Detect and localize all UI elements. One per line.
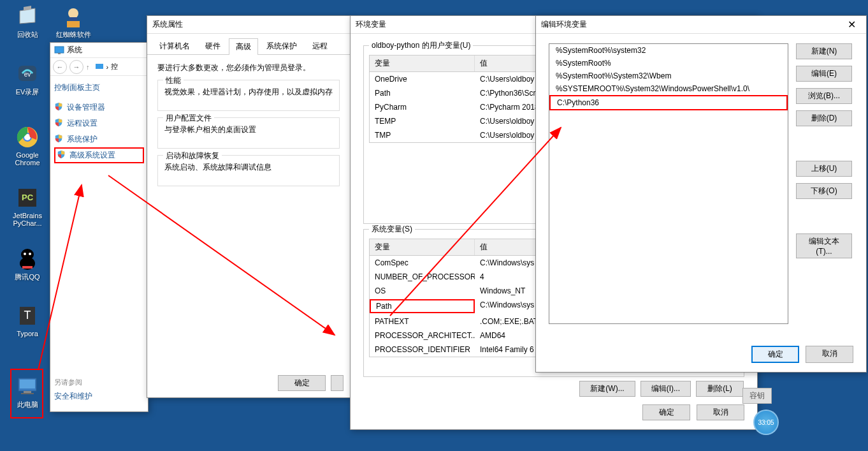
- props-title: 系统属性: [152, 19, 345, 30]
- var-name: PyCharm: [370, 101, 475, 113]
- edit-sidebar-button[interactable]: 新建(N): [796, 43, 852, 59]
- svg-rect-21: [55, 47, 64, 53]
- props-titlebar: 系统属性: [147, 16, 350, 34]
- system-titlebar: 系统: [50, 43, 148, 58]
- var-name: OneDrive: [370, 73, 475, 85]
- tab-2[interactable]: 高级: [229, 38, 258, 55]
- svg-text:ev: ev: [24, 71, 31, 78]
- icon-graphic: ev: [15, 61, 40, 86]
- tab-3[interactable]: 系统保护: [259, 38, 304, 54]
- desktop-icon-1[interactable]: 红蜘蛛软件: [51, 3, 96, 40]
- path-item-4[interactable]: C:\Python36: [549, 95, 788, 110]
- system-control-window: 系统 ← → ↑ › 控 控制面板主页 设备管理器远程设置系统保护高级系统设置 …: [50, 42, 148, 412]
- nav-forward-icon[interactable]: →: [69, 60, 83, 74]
- env-cancel-button[interactable]: 取消: [697, 404, 744, 420]
- desktop-icon-5[interactable]: 腾讯QQ: [5, 246, 50, 282]
- edit-sidebar-button[interactable]: 上移(U): [796, 161, 852, 177]
- system-properties-window: 系统属性 计算机名硬件高级系统保护远程 要进行大多数更改，您必须作为管理员登录。…: [147, 15, 351, 398]
- edit-sidebar-button[interactable]: 编辑(E): [796, 66, 852, 82]
- var-name: PROCESSOR_ARCHITECT...: [370, 330, 475, 341]
- svg-text:PC: PC: [22, 193, 34, 202]
- path-item-2[interactable]: %SystemRoot%\System32\Wbem: [549, 70, 788, 82]
- group-title: 用户配置文件: [163, 113, 214, 124]
- sys-link-label: 远程设置: [67, 118, 98, 129]
- clock-widget[interactable]: 33:05: [753, 410, 779, 435]
- svg-point-13: [29, 253, 31, 255]
- icon-label: 回收站: [5, 30, 50, 40]
- edit-sidebar-button[interactable]: 删除(D): [796, 110, 852, 126]
- icon-label: 腾讯QQ: [5, 272, 50, 282]
- svg-text:T: T: [24, 309, 31, 322]
- icon-graphic: T: [15, 303, 40, 329]
- tab-1[interactable]: 硬件: [198, 38, 228, 54]
- var-name: ComSpec: [370, 257, 475, 269]
- var-name: Path: [370, 87, 475, 99]
- var-name: TMP: [370, 129, 475, 141]
- col-name-header[interactable]: 变量: [370, 55, 475, 71]
- group-title: 启动和故障恢复: [163, 151, 222, 161]
- icon-graphic: PC: [15, 185, 40, 211]
- path-item-1[interactable]: %SystemRoot%: [549, 57, 788, 70]
- desktop-icon-6[interactable]: TTypora: [5, 303, 50, 337]
- desktop-icon-0[interactable]: 回收站: [5, 3, 50, 40]
- props-partial-button[interactable]: [331, 375, 344, 391]
- sys-link-label: 设备管理器: [67, 102, 105, 113]
- partial-button[interactable]: 容钥: [742, 388, 772, 404]
- edit-sidebar-button[interactable]: 浏览(B)...: [796, 88, 852, 104]
- svg-point-12: [24, 253, 26, 255]
- security-maintenance-link[interactable]: 安全和维护: [54, 391, 92, 402]
- tab-4[interactable]: 远程: [305, 38, 335, 54]
- path-item-3[interactable]: %SYSTEMROOT%\System32\WindowsPowerShell\…: [549, 82, 788, 95]
- sys-link-3[interactable]: 高级系统设置: [54, 147, 144, 163]
- icon-label: JetBrains PyChar...: [5, 212, 50, 227]
- col-name-header-2[interactable]: 变量: [370, 239, 475, 255]
- nav-up-icon[interactable]: ↑: [86, 63, 90, 71]
- desktop-icon-4[interactable]: PCJetBrains PyChar...: [5, 185, 50, 227]
- sys-link-1[interactable]: 远程设置: [54, 115, 144, 131]
- svg-rect-23: [96, 64, 103, 69]
- var-name: Path: [370, 299, 475, 313]
- icon-graphic: [15, 246, 40, 271]
- edit-sidebar-button[interactable]: 编辑文本(T)...: [796, 233, 852, 258]
- props-group-0: 性能视觉效果，处理器计划，内存使用，以及虚拟内存: [157, 80, 340, 111]
- group-desc: 视觉效果，处理器计划，内存使用，以及虚拟内存: [164, 87, 333, 98]
- desktop-icon-2[interactable]: evEV录屏: [5, 61, 50, 97]
- this-pc-highlight: [10, 369, 43, 418]
- shield-icon: [54, 118, 63, 129]
- edit-env-var-window: 编辑环境变量 ✕ %SystemRoot%\system32%SystemRoo…: [535, 15, 867, 373]
- path-list[interactable]: %SystemRoot%\system32%SystemRoot%%System…: [549, 43, 788, 324]
- env-new-button[interactable]: 新建(W)...: [579, 381, 635, 397]
- see-also-heading: 另请参阅: [54, 378, 92, 387]
- var-name: OS: [370, 285, 475, 297]
- system-title: 系统: [67, 45, 82, 55]
- edit-ok-button[interactable]: 确定: [751, 346, 799, 363]
- group-desc: 与登录帐户相关的桌面设置: [164, 124, 333, 135]
- shield-icon: [57, 150, 66, 161]
- control-panel-heading: 控制面板主页: [54, 82, 144, 93]
- sys-link-2[interactable]: 系统保护: [54, 131, 144, 147]
- var-name: TEMP: [370, 115, 475, 127]
- tab-0[interactable]: 计算机名: [152, 38, 197, 54]
- sys-vars-title: 系统变量(S): [369, 224, 415, 235]
- nav-bar: ← → ↑ › 控: [50, 58, 148, 76]
- props-intro: 要进行大多数更改，您必须作为管理员登录。: [157, 63, 340, 73]
- env-delete-button[interactable]: 删除(L): [696, 381, 744, 397]
- edit-titlebar: 编辑环境变量 ✕: [536, 16, 866, 34]
- edit-sidebar-button[interactable]: 下移(O): [796, 183, 852, 199]
- svg-rect-22: [58, 53, 61, 54]
- env-ok-button[interactable]: 确定: [642, 404, 690, 420]
- env-edit-button[interactable]: 编辑(I)...: [640, 381, 691, 397]
- props-tabs: 计算机名硬件高级系统保护远程: [147, 34, 350, 55]
- sys-link-0[interactable]: 设备管理器: [54, 100, 144, 115]
- desktop-icon-3[interactable]: Google Chrome: [5, 124, 50, 166]
- shield-icon: [54, 102, 63, 113]
- nav-back-icon[interactable]: ←: [53, 60, 67, 74]
- group-desc: 系统启动、系统故障和调试信息: [164, 162, 333, 173]
- path-item-0[interactable]: %SystemRoot%\system32: [549, 44, 788, 57]
- props-ok-button[interactable]: 确定: [278, 375, 326, 391]
- group-title: 性能: [163, 75, 184, 86]
- breadcrumb[interactable]: 控: [111, 62, 118, 71]
- edit-cancel-button[interactable]: 取消: [806, 346, 853, 363]
- close-icon[interactable]: ✕: [843, 18, 861, 31]
- monitor-small-icon: [95, 63, 104, 71]
